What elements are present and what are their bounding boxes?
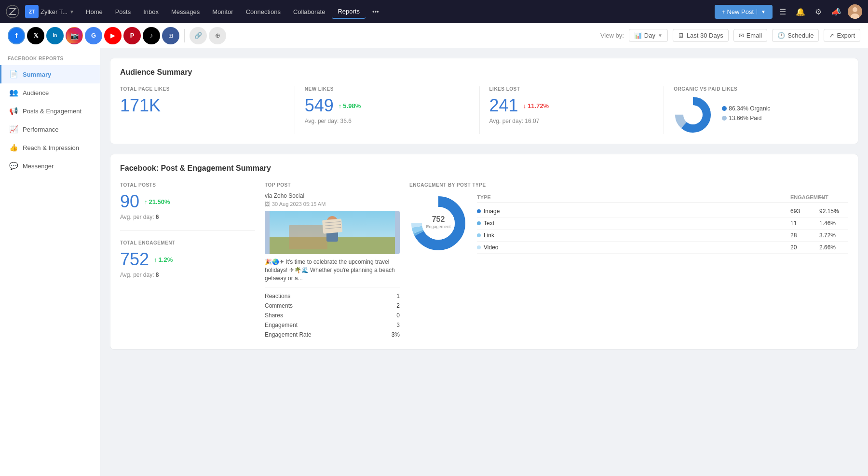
settings-gear-icon[interactable]: ⚙ xyxy=(812,5,825,18)
new-likes-value: 549 ↑ 5.98% xyxy=(305,95,470,116)
svg-point-2 xyxy=(853,7,857,12)
social-twitter[interactable]: 𝕏 xyxy=(27,27,44,44)
pinterest-icon: P xyxy=(130,32,135,39)
comments-label: Comments xyxy=(265,302,293,309)
social-google[interactable]: G xyxy=(85,27,102,44)
text-type: Text xyxy=(477,220,790,227)
image-dot xyxy=(477,209,481,213)
social-tiktok[interactable]: ♪ xyxy=(143,27,160,44)
post-engagement-grid: TOTAL POSTS 90 ↑ 21.50% Avg. per day: 6 xyxy=(120,182,848,340)
image-type: Image xyxy=(477,208,790,215)
bell-icon[interactable]: 🔔 xyxy=(793,5,808,18)
sidebar-item-audience[interactable]: 👥 Audience xyxy=(0,83,100,102)
sidebar-item-posts-engagement[interactable]: 📢 Posts & Engagement xyxy=(0,102,100,120)
nav-items: Home Posts Inbox Messages Monitor Connec… xyxy=(80,5,385,19)
top-post-image xyxy=(265,211,400,254)
twitter-icon: 𝕏 xyxy=(33,32,38,39)
audience-icon: 👥 xyxy=(9,88,18,97)
user-avatar[interactable] xyxy=(848,4,862,19)
brand-avatar-text: ZT xyxy=(29,9,35,14)
sidebar-posts-label: Posts & Engagement xyxy=(23,108,81,115)
nav-item-monitor[interactable]: Monitor xyxy=(206,5,239,18)
export-label: Export xyxy=(837,32,855,39)
link-icon: 🔗 xyxy=(194,32,202,39)
total-posts-label: TOTAL POSTS xyxy=(120,182,255,188)
nav-item-more[interactable]: ••• xyxy=(366,5,385,18)
total-page-likes-label: TOTAL PAGE LIKES xyxy=(120,86,285,92)
post-engagement-title: Facebook: Post & Engagement Summary xyxy=(120,164,848,173)
new-likes-change-value: 5.98% xyxy=(343,102,361,109)
social-bar: f 𝕏 in 📷 G ▶ P ♪ ⊞ 🔗 ⊕ View by: 📊 Day ▼ xyxy=(0,23,868,48)
totals-block: TOTAL POSTS 90 ↑ 21.50% Avg. per day: 6 xyxy=(120,182,255,340)
down-arrow-icon: ↓ xyxy=(523,102,527,109)
social-link-2[interactable]: ⊕ xyxy=(209,27,226,44)
svg-rect-12 xyxy=(322,218,342,233)
total-posts-number: 90 xyxy=(120,191,139,212)
social-link-1[interactable]: 🔗 xyxy=(190,27,207,44)
view-by-label: View by: xyxy=(600,32,624,39)
engagement-up-arrow-icon: ↑ xyxy=(154,256,157,263)
link-dot xyxy=(477,233,481,237)
video-type: Video xyxy=(477,244,790,251)
nav-item-messages[interactable]: Messages xyxy=(165,5,205,18)
posts-engagement-icon: 📢 xyxy=(9,107,18,115)
nav-item-reports[interactable]: Reports xyxy=(332,5,366,19)
social-youtube[interactable]: ▶ xyxy=(104,27,122,44)
sidebar-item-summary[interactable]: 📄 Summary xyxy=(0,65,100,83)
video-pct: 2.66% xyxy=(819,244,848,251)
schedule-button[interactable]: 🕐 Schedule xyxy=(772,29,819,42)
megaphone-icon[interactable]: 📣 xyxy=(828,5,844,18)
social-pinterest[interactable]: P xyxy=(123,27,141,44)
reactions-label: Reactions xyxy=(265,293,290,299)
google-icon: G xyxy=(91,32,96,39)
brand-selector[interactable]: ZT Zylker T... ▼ xyxy=(25,5,74,18)
export-button[interactable]: ↗ Export xyxy=(824,29,860,42)
sidebar-item-reach-impression[interactable]: 👍 Reach & Impression xyxy=(0,138,100,157)
new-post-button[interactable]: + New Post ▼ xyxy=(715,5,773,19)
up-arrow-icon: ↑ xyxy=(339,102,342,109)
view-day-button[interactable]: 📊 Day ▼ xyxy=(629,29,668,42)
hamburger-icon[interactable]: ☰ xyxy=(776,5,789,18)
sidebar-messenger-label: Messenger xyxy=(23,163,54,170)
email-label: Email xyxy=(746,32,762,39)
social-linkedin[interactable]: in xyxy=(46,27,64,44)
social-facebook[interactable]: f xyxy=(8,27,25,44)
link-engagement: 28 xyxy=(790,232,819,239)
nav-item-inbox[interactable]: Inbox xyxy=(137,5,164,18)
nav-item-home[interactable]: Home xyxy=(80,5,108,18)
nav-item-connections[interactable]: Connections xyxy=(240,5,286,18)
sidebar-item-performance[interactable]: 📈 Performance xyxy=(0,120,100,138)
sidebar-section-label: FACEBOOK REPORTS xyxy=(0,56,100,65)
instagram-icon: 📷 xyxy=(70,32,79,40)
email-button[interactable]: ✉ Email xyxy=(733,29,768,42)
paid-dot xyxy=(722,116,727,121)
social-instagram[interactable]: 📷 xyxy=(66,27,83,44)
organic-vs-paid-block: ORGANIC VS PAID LIKES 86.34 xyxy=(664,86,848,134)
nav-item-collaborate[interactable]: Collaborate xyxy=(287,5,331,18)
engagement-row-link: Link 28 3.72% xyxy=(477,230,848,242)
social-separator xyxy=(184,29,185,42)
zoho-logo-icon xyxy=(6,5,19,18)
brand-chevron-icon: ▼ xyxy=(69,9,74,14)
date-range-button[interactable]: 🗓 Last 30 Days xyxy=(673,29,729,42)
metric-engagement: Engagement 3 xyxy=(265,320,400,330)
organic-paid-donut-chart xyxy=(674,95,712,134)
engagement-value: 3 xyxy=(396,322,400,328)
social-blogger[interactable]: ⊞ xyxy=(162,27,179,44)
likes-lost-number: 241 xyxy=(489,95,518,116)
audience-summary-card: Audience Summary TOTAL PAGE LIKES 171K N… xyxy=(110,58,858,144)
text-pct: 1.46% xyxy=(819,220,848,227)
engagement-col-header: ENGAGEMENT xyxy=(790,194,819,200)
image-engagement: 693 xyxy=(790,208,819,215)
app-logo xyxy=(6,5,19,18)
main-content: Audience Summary TOTAL PAGE LIKES 171K N… xyxy=(100,48,868,476)
likes-lost-block: LIKES LOST 241 ↓ 11.72% Avg. per day: 16… xyxy=(480,86,665,134)
view-day-arrow: ▼ xyxy=(658,33,663,38)
nav-item-posts[interactable]: Posts xyxy=(109,5,137,18)
total-page-likes-block: TOTAL PAGE LIKES 171K xyxy=(120,86,295,134)
comments-value: 2 xyxy=(396,302,400,309)
calendar-icon: 🗓 xyxy=(678,32,684,39)
nav-actions: + New Post ▼ ☰ 🔔 ⚙ 📣 xyxy=(715,4,862,19)
sidebar-item-messenger[interactable]: 💬 Messenger xyxy=(0,157,100,175)
new-likes-number: 549 xyxy=(305,95,334,116)
